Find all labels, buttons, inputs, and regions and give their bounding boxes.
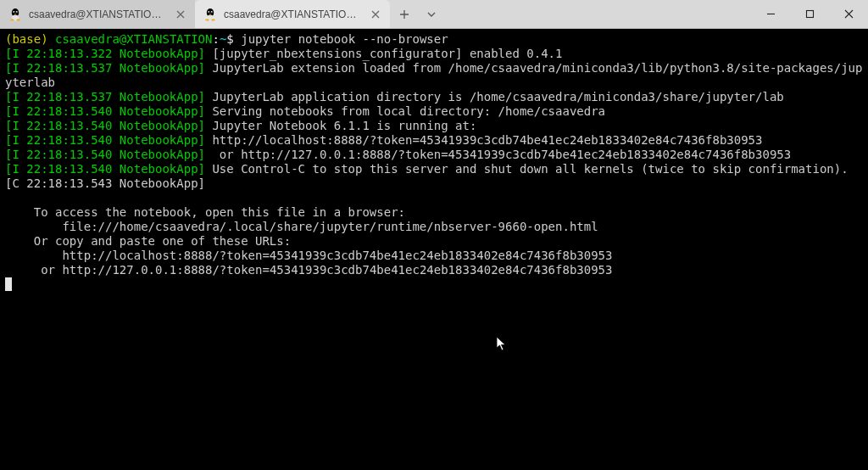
tab-title: csaavedra@XTIANSTATION: /mn — [29, 8, 168, 20]
svg-point-16 — [205, 19, 209, 20]
log-tag: [I 22:18:13.322 NotebookApp] — [5, 47, 205, 60]
prompt-env: (base) — [5, 32, 48, 46]
prompt-sep: : — [212, 32, 219, 46]
log-text: or http://127.0.0.1:8888/?token=45341939… — [5, 263, 612, 277]
log-tag-c: [C 22:18:13.543 NotebookApp] — [5, 176, 205, 190]
log-tag: [I 22:18:13.537 NotebookApp] — [5, 90, 205, 104]
window-controls — [751, 0, 868, 28]
close-icon[interactable] — [175, 8, 186, 20]
svg-point-8 — [16, 19, 19, 20]
svg-point-14 — [209, 11, 209, 12]
mouse-pointer-icon — [496, 307, 510, 366]
minimize-button[interactable] — [751, 0, 790, 28]
tab-strip: csaavedra@XTIANSTATION: /mn — [0, 0, 751, 28]
log-text: http://localhost:8888/?token=45341939c3c… — [5, 249, 612, 262]
log-tag: [I 22:18:13.540 NotebookApp] — [5, 148, 205, 161]
prompt-dollar: $ — [226, 32, 233, 46]
tab-inactive[interactable]: csaavedra@XTIANSTATION: /mn — [0, 0, 195, 28]
svg-point-6 — [16, 11, 17, 12]
log-body: [jupyter_nbextensions_configurator] enab… — [205, 47, 562, 60]
title-bar: csaavedra@XTIANSTATION: /mn — [0, 0, 868, 29]
svg-point-7 — [10, 19, 14, 20]
svg-point-15 — [211, 11, 212, 12]
log-tag: [I 22:18:13.540 NotebookApp] — [5, 133, 205, 147]
log-body: or http://127.0.0.1:8888/?token=45341939… — [205, 148, 791, 161]
tux-icon — [203, 8, 217, 21]
log-body: JupyterLab application directory is /hom… — [205, 90, 784, 104]
close-window-button[interactable] — [829, 0, 868, 28]
svg-point-5 — [14, 11, 14, 12]
log-text: Or copy and paste one of these URLs: — [5, 234, 291, 248]
log-text: file:///home/csaavedra/.local/share/jupy… — [5, 220, 598, 233]
close-icon[interactable] — [370, 8, 381, 20]
log-tag: [I 22:18:13.540 NotebookApp] — [5, 162, 205, 176]
prompt-userhost: csaavedra@XTIANSTATION — [55, 32, 212, 46]
terminal[interactable]: (base) csaavedra@XTIANSTATION:~$ jupyter… — [0, 29, 868, 470]
tab-active[interactable]: csaavedra@XTIANSTATION: ~ — [195, 0, 390, 28]
log-tag: [I 22:18:13.540 NotebookApp] — [5, 119, 205, 132]
log-tag: [I 22:18:13.540 NotebookApp] — [5, 104, 205, 118]
tab-title: csaavedra@XTIANSTATION: ~ — [224, 8, 363, 20]
log-body: Use Control-C to stop this server and sh… — [205, 162, 849, 176]
prompt-command: jupyter notebook --no-browser — [241, 32, 448, 46]
log-text: To access the notebook, open this file i… — [5, 205, 405, 219]
tux-icon — [8, 8, 22, 21]
maximize-button[interactable] — [790, 0, 829, 28]
svg-rect-18 — [806, 11, 813, 18]
log-body: Jupyter Notebook 6.1.1 is running at: — [205, 119, 476, 132]
log-body: http://localhost:8888/?token=45341939c3c… — [205, 133, 762, 147]
tab-dropdown-button[interactable] — [419, 0, 444, 28]
terminal-cursor — [5, 277, 12, 291]
log-body: Serving notebooks from local directory: … — [205, 104, 605, 118]
svg-point-17 — [211, 19, 214, 20]
log-tag: [I 22:18:13.537 NotebookApp] — [5, 61, 205, 75]
new-tab-button[interactable] — [390, 0, 419, 28]
